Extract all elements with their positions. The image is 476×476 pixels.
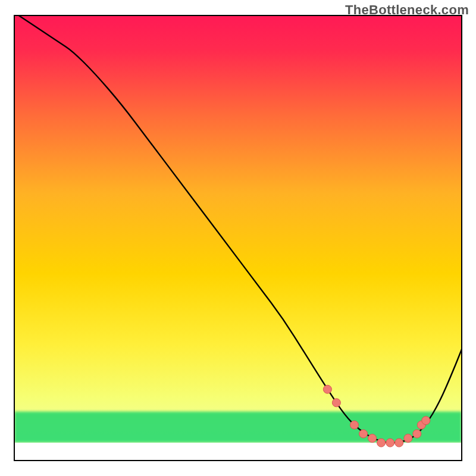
watermark-text: TheBottleneck.com (345, 2, 469, 18)
highlight-marker (377, 439, 386, 447)
plot-background (14, 15, 462, 461)
highlight-marker (422, 416, 430, 425)
white-bottom-strip (14, 443, 462, 461)
highlight-marker (368, 434, 377, 443)
green-band (14, 412, 462, 443)
highlight-marker (332, 399, 340, 407)
highlight-marker (386, 439, 394, 447)
highlight-marker (350, 421, 359, 429)
highlight-marker (413, 430, 421, 438)
chart-container: { "watermark": "TheBottleneck.com", "col… (0, 0, 476, 476)
highlight-marker (395, 439, 403, 447)
highlight-marker (323, 385, 331, 393)
highlight-marker (404, 434, 412, 443)
highlight-marker (359, 430, 368, 438)
bottleneck-chart (0, 0, 476, 476)
